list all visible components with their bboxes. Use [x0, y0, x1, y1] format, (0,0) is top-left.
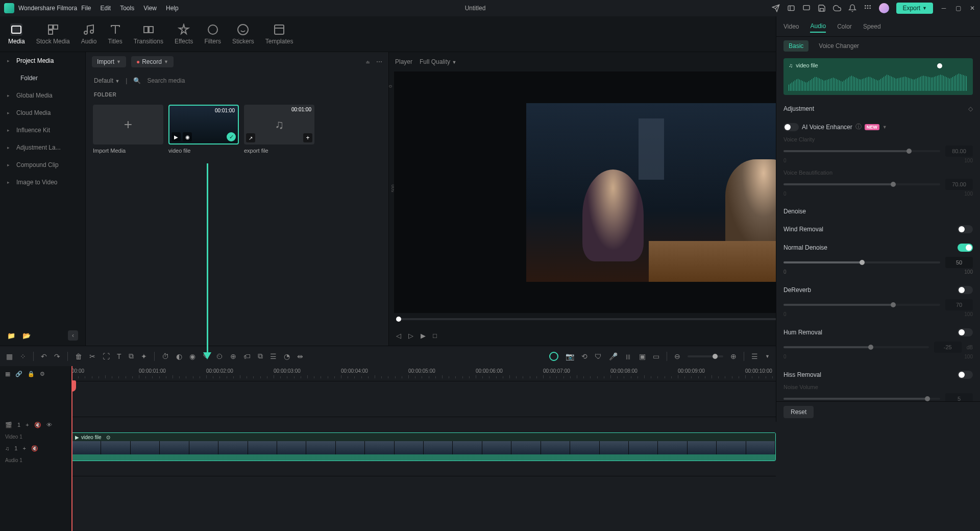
sidebar-image-to-video[interactable]: ▸Image to Video [0, 174, 85, 191]
mode-transitions[interactable]: Transitions [130, 20, 167, 48]
marker-icon[interactable]: ▣ [639, 352, 646, 360]
more-icon[interactable]: ⋯ [376, 58, 382, 65]
clip-icon[interactable]: ▭ [653, 352, 659, 360]
add-icon[interactable]: + [303, 133, 312, 142]
filter-icon[interactable]: ⫨ [365, 58, 371, 65]
dropdown-icon[interactable]: ▼ [765, 354, 770, 359]
crop-icon[interactable]: ⛶ [103, 352, 110, 360]
magnet-icon[interactable]: ⁘ [20, 352, 26, 360]
link-icon[interactable]: 🔗 [15, 371, 22, 377]
expand-icon[interactable]: ⊕ [230, 352, 236, 360]
tab-audio[interactable]: Audio [810, 20, 826, 33]
close-icon[interactable]: ✕ [969, 5, 976, 12]
quality-dropdown[interactable]: Full Quality ▼ [420, 58, 456, 65]
menu-help[interactable]: Help [166, 5, 179, 12]
prev-frame-icon[interactable]: ◁ [396, 332, 401, 340]
stop-icon[interactable]: □ [433, 332, 437, 340]
ai-icon[interactable]: ✦ [141, 352, 147, 360]
send-icon[interactable] [772, 4, 780, 12]
color-icon[interactable]: ◐ [176, 352, 182, 360]
info-icon[interactable]: ⓘ [855, 123, 862, 131]
timeline-tracks[interactable]: 00:0000:00:01:0000:00:02:0000:00:03:0000… [71, 366, 776, 531]
mode-stickers[interactable]: Stickers [228, 20, 258, 48]
noise-volume-slider[interactable] [783, 398, 940, 400]
timer-icon[interactable]: ⏲ [216, 352, 223, 360]
voice-beautification-slider[interactable] [783, 183, 940, 185]
visible-icon[interactable]: 👁 [46, 422, 52, 428]
normal-denoise-slider[interactable] [783, 261, 940, 263]
dereverb-toggle[interactable] [958, 286, 973, 294]
play-icon[interactable]: ▶ [421, 332, 426, 340]
hiss-removal-toggle[interactable] [958, 371, 973, 379]
hum-removal-slider[interactable] [783, 346, 929, 348]
screen-icon[interactable] [802, 4, 811, 12]
sort-dropdown[interactable]: Default ▼ [94, 77, 119, 84]
text-icon[interactable]: T [117, 352, 121, 360]
camera-icon[interactable]: 📷 [566, 352, 574, 360]
chroma-icon[interactable]: ◉ [189, 352, 195, 360]
minimize-icon[interactable]: ─ [940, 5, 947, 12]
copy-icon[interactable]: ⧉ [129, 352, 134, 360]
normal-denoise-toggle[interactable] [958, 244, 973, 252]
panel-icon[interactable] [787, 4, 795, 12]
ai-enhancer-toggle[interactable] [783, 123, 799, 131]
zoom-in-icon[interactable]: ⊕ [730, 352, 737, 360]
mode-titles[interactable]: Titles [104, 20, 126, 48]
mode-stock[interactable]: Stock Media [32, 20, 74, 48]
new-folder-icon[interactable]: 📂 [22, 332, 31, 340]
grid-icon[interactable]: ▦ [6, 352, 13, 360]
playhead[interactable] [71, 366, 72, 531]
voice-clarity-slider[interactable] [783, 150, 940, 152]
avatar[interactable] [879, 3, 889, 13]
tab-speed[interactable]: Speed [863, 21, 881, 32]
tag-icon[interactable]: 🏷 [243, 352, 251, 360]
menu-edit[interactable]: Edit [101, 5, 111, 12]
add-track-icon[interactable]: + [26, 422, 29, 428]
export-button[interactable]: Export▼ [896, 3, 933, 14]
hum-removal-toggle[interactable] [958, 328, 973, 336]
cloud-icon[interactable] [833, 4, 841, 12]
mask-icon[interactable]: ◔ [284, 352, 290, 360]
import-button[interactable]: Import▼ [92, 56, 126, 67]
mode-filters[interactable]: Filters [200, 20, 225, 48]
menu-view[interactable]: View [143, 5, 157, 12]
mic-icon[interactable]: 🎤 [609, 352, 618, 360]
lock-icon[interactable]: 🔒 [28, 371, 35, 377]
subtab-voice-changer[interactable]: Voice Changer [814, 40, 864, 52]
collapse-sidebar-icon[interactable]: ‹ [68, 330, 78, 341]
add-audio-track-icon[interactable]: + [22, 445, 26, 451]
video-track-icon[interactable]: 🎬 [5, 422, 12, 428]
zoom-out-icon[interactable]: ⊖ [674, 352, 680, 360]
tab-color[interactable]: Color [837, 21, 852, 32]
sidebar-compound-clip[interactable]: ▸Compound Clip [0, 156, 85, 174]
folder-icon[interactable]: 📁 [7, 332, 15, 340]
speed-icon[interactable]: ⏱ [162, 352, 169, 360]
sidebar-folder[interactable]: Folder [0, 69, 85, 87]
reset-button[interactable]: Reset [783, 406, 814, 418]
shield-icon[interactable]: 🛡 [595, 352, 602, 360]
bell-icon[interactable] [848, 4, 856, 12]
sidebar-project-media[interactable]: ▸Project Media [0, 52, 85, 69]
dereverb-slider[interactable] [783, 304, 940, 306]
mixer-icon[interactable]: ⫼ [625, 352, 632, 360]
menu-tools[interactable]: Tools [120, 5, 134, 12]
sidebar-cloud-media[interactable]: ▸Cloud Media [0, 104, 85, 122]
delete-icon[interactable]: 🗑 [75, 352, 82, 360]
mode-media[interactable]: Media [4, 20, 29, 48]
media-item-audio[interactable]: 00:01:00 ♫ ↗ + export file [244, 105, 314, 154]
import-media-tile[interactable]: + Import Media [93, 105, 163, 154]
audio-track-icon[interactable]: ♫ [5, 445, 9, 451]
mode-templates[interactable]: Templates [261, 20, 298, 48]
play-pause-icon[interactable]: ▷ [408, 332, 413, 340]
mode-audio[interactable]: Audio [77, 20, 101, 48]
audio-waveform-box[interactable]: ♫video file [783, 58, 973, 95]
redo-icon[interactable]: ↷ [54, 352, 60, 360]
timeline-ruler[interactable]: 00:0000:00:01:0000:00:02:0000:00:03:0000… [71, 366, 776, 381]
group-icon[interactable]: ⧉ [258, 352, 263, 360]
mute-video-icon[interactable]: 🔇 [34, 422, 41, 428]
settings-icon[interactable]: ⚙ [40, 371, 45, 377]
search-input[interactable] [147, 77, 380, 84]
cut-icon[interactable]: ✂ [89, 352, 95, 360]
list-view-icon[interactable]: ☰ [751, 352, 758, 360]
record-button[interactable]: ●Record▼ [131, 56, 174, 67]
